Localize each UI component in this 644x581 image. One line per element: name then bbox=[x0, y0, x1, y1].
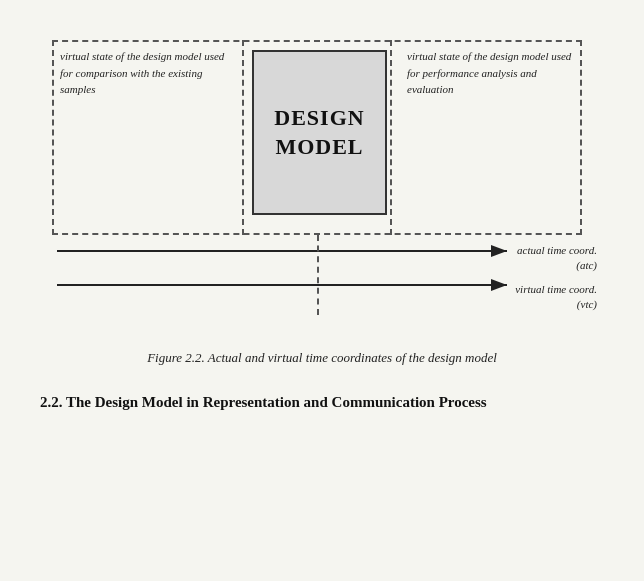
left-label-text: virtual state of the design model used f… bbox=[60, 50, 224, 95]
section-heading-text: 2.2. The Design Model in Representation … bbox=[40, 394, 487, 410]
vtc-line1: virtual time coord. bbox=[515, 283, 597, 295]
atc-line2: (atc) bbox=[576, 259, 597, 271]
atc-label: actual time coord. (atc) bbox=[517, 243, 597, 274]
left-label: virtual state of the design model used f… bbox=[60, 48, 230, 98]
right-label-text: virtual state of the design model used f… bbox=[407, 50, 571, 95]
right-label: virtual state of the design model used f… bbox=[407, 48, 577, 98]
caption-text: Figure 2.2. Actual and virtual time coor… bbox=[147, 350, 497, 365]
arrows-area bbox=[52, 235, 512, 319]
vtc-line2: (vtc) bbox=[577, 298, 597, 310]
atc-line1: actual time coord. bbox=[517, 244, 597, 256]
design-model-line2: MODEL bbox=[275, 134, 363, 159]
vtc-label: virtual time coord. (vtc) bbox=[515, 282, 597, 313]
figure-caption: Figure 2.2. Actual and virtual time coor… bbox=[40, 350, 604, 366]
page-content: DESIGN MODEL virtual state of the design… bbox=[0, 0, 644, 431]
arrows-svg bbox=[52, 235, 512, 315]
diagram-container: DESIGN MODEL virtual state of the design… bbox=[42, 30, 602, 340]
vertical-dashed-line bbox=[317, 235, 319, 315]
design-model-text: DESIGN MODEL bbox=[274, 104, 364, 161]
design-model-line1: DESIGN bbox=[274, 105, 364, 130]
section-heading: 2.2. The Design Model in Representation … bbox=[40, 394, 604, 411]
design-model-box: DESIGN MODEL bbox=[252, 50, 387, 215]
